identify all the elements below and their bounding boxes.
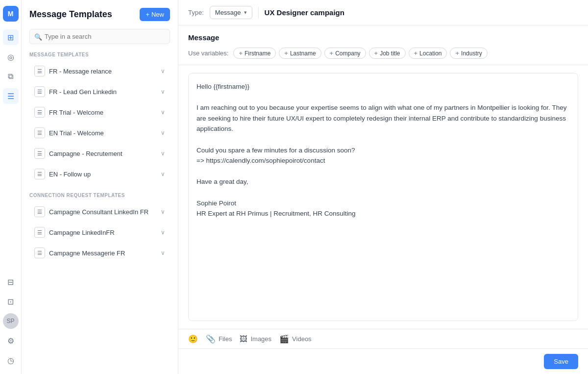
variable-plus-icon: + (455, 50, 459, 57)
connection-template-name: Campagne Messagerie FR (49, 249, 125, 257)
connection-doc-icon: ☰ (34, 248, 45, 258)
layers-nav-icon[interactable]: ⧉ (3, 69, 19, 84)
template-item[interactable]: ☰ FR Trial - Welcome ∨ (29, 102, 170, 122)
connection-template-item[interactable]: ☰ Campagne Consultant LinkedIn FR ∨ (29, 202, 170, 222)
connection-doc-icon: ☰ (34, 206, 45, 217)
template-item-left: ☰ EN - Follow up (34, 169, 91, 179)
settings-nav-icon[interactable]: ⚙ (3, 333, 19, 349)
chevron-right-icon: ∨ (161, 129, 165, 136)
template-item-left: ☰ FR - Message relance (34, 66, 112, 76)
left-panel: Message Templates + New 🔍 MESSAGE TEMPLA… (22, 0, 178, 374)
paperclip-icon: 📎 (206, 334, 216, 344)
template-doc-icon: ☰ (34, 148, 45, 159)
chevron-down-icon: ▾ (244, 9, 247, 16)
connection-templates-label: CONNECTION REQUEST TEMPLATES (29, 193, 170, 198)
app-logo[interactable]: M (3, 6, 19, 22)
connection-template-item-left: ☰ Campagne LinkedInFR (34, 227, 115, 238)
template-item[interactable]: ☰ EN - Follow up ∨ (29, 164, 170, 184)
variable-tag[interactable]: +Lastname (279, 48, 321, 59)
variable-tag[interactable]: +Industry (450, 48, 487, 59)
type-select[interactable]: Message ▾ (210, 6, 252, 19)
chevron-right-icon: ∨ (161, 88, 165, 95)
files-button[interactable]: 📎 Files (206, 334, 232, 344)
top-bar: Type: Message ▾ UX Designer campaign (178, 0, 588, 25)
variable-plus-icon: + (284, 50, 288, 57)
type-label: Type: (188, 9, 204, 16)
chevron-right-icon: ∨ (161, 109, 165, 116)
campaign-title: UX Designer campaign (265, 8, 344, 17)
connection-doc-icon: ☰ (34, 227, 45, 238)
target-nav-icon[interactable]: ◎ (3, 49, 19, 65)
type-value: Message (215, 9, 241, 16)
variables-tags: +Firstname+Lastname+Company+Job title+Lo… (233, 48, 487, 59)
variable-label: Job title (380, 50, 400, 57)
template-name: FR Trial - Welcome (49, 109, 103, 116)
clock-nav-icon[interactable]: ◷ (3, 352, 19, 368)
variable-tag[interactable]: +Firstname (233, 48, 276, 59)
template-item[interactable]: ☰ EN Trial - Welcome ∨ (29, 123, 170, 143)
variable-plus-icon: + (239, 50, 243, 57)
variable-plus-icon: + (374, 50, 378, 57)
search-container: 🔍 (29, 29, 170, 44)
plus-icon: + (146, 11, 149, 18)
image-icon: 🖼 (240, 335, 247, 344)
panel-header: Message Templates + New (29, 8, 170, 21)
template-name: Campagne - Recrutement (49, 150, 122, 157)
template-name: EN - Follow up (49, 171, 91, 178)
variable-tag[interactable]: +Job title (369, 48, 406, 59)
variable-label: Lastname (290, 50, 316, 57)
connection-template-item[interactable]: ☰ Campagne LinkedInFR ∨ (29, 223, 170, 242)
template-name: EN Trial - Welcome (49, 129, 104, 137)
template-item-left: ☰ Campagne - Recrutement (34, 148, 122, 159)
variable-label: Company (335, 50, 360, 57)
search-icon: 🔍 (34, 33, 42, 40)
connection-template-item[interactable]: ☰ Campagne Messagerie FR ∨ (29, 243, 170, 263)
template-doc-icon: ☰ (34, 169, 45, 179)
save-button[interactable]: Save (544, 354, 578, 369)
connection-template-item-left: ☰ Campagne Consultant LinkedIn FR (34, 206, 148, 217)
variable-label: Firstname (245, 50, 270, 57)
avatar[interactable]: SP (3, 313, 19, 329)
document-nav-icon[interactable]: ☰ (3, 88, 19, 104)
template-item[interactable]: ☰ FR - Message relance ∨ (29, 61, 170, 81)
page-title: Message Templates (29, 9, 112, 20)
message-body: Hello {{firstname}} I am reaching out to… (178, 65, 588, 329)
emoji-button[interactable]: 🙂 (188, 334, 198, 344)
main-content: Type: Message ▾ UX Designer campaign Mes… (178, 0, 588, 374)
new-button[interactable]: + New (140, 8, 170, 21)
grid-nav-icon[interactable]: ⊞ (3, 29, 19, 45)
chevron-right-icon: ∨ (161, 150, 165, 157)
template-item-left: ☰ FR Trial - Welcome (34, 107, 103, 118)
message-templates-list: ☰ FR - Message relance ∨ ☰ FR - Lead Gen… (29, 61, 170, 185)
template-doc-icon: ☰ (34, 66, 45, 76)
template-item[interactable]: ☰ FR - Lead Gen Linkedin ∨ (29, 82, 170, 101)
inbox-nav-icon[interactable]: ⊡ (3, 294, 19, 309)
chevron-right-icon: ∨ (161, 208, 165, 215)
nav-sidebar: M ⊞ ◎ ⧉ ☰ ⊟ ⊡ SP ⚙ ◷ (0, 0, 22, 374)
template-item[interactable]: ☰ Campagne - Recrutement ∨ (29, 144, 170, 163)
connection-template-item-left: ☰ Campagne Messagerie FR (34, 248, 125, 258)
connection-templates-list: ☰ Campagne Consultant LinkedIn FR ∨ ☰ Ca… (29, 202, 170, 264)
search-input[interactable] (29, 29, 170, 44)
message-templates-label: MESSAGE TEMPLATES (29, 52, 170, 57)
contacts-nav-icon[interactable]: ⊟ (3, 274, 19, 290)
chevron-right-icon: ∨ (161, 229, 165, 236)
videos-button[interactable]: 🎬 Videos (279, 334, 312, 344)
variable-label: Location (419, 50, 441, 57)
message-section-title: Message (188, 33, 578, 42)
variable-tag[interactable]: +Location (409, 48, 447, 59)
message-textarea[interactable]: Hello {{firstname}} I am reaching out to… (188, 73, 578, 321)
chevron-right-icon: ∨ (161, 68, 165, 75)
message-area: Message Use variables: +Firstname+Lastna… (178, 25, 588, 374)
images-button[interactable]: 🖼 Images (240, 335, 271, 344)
template-name: FR - Message relance (49, 68, 112, 75)
connection-template-name: Campagne Consultant LinkedIn FR (49, 208, 148, 216)
connection-template-name: Campagne LinkedInFR (49, 229, 115, 236)
message-header: Message Use variables: +Firstname+Lastna… (178, 25, 588, 65)
variable-tag[interactable]: +Company (324, 48, 366, 59)
save-bar: Save (178, 349, 588, 374)
variable-label: Industry (461, 50, 482, 57)
template-item-left: ☰ FR - Lead Gen Linkedin (34, 86, 117, 97)
chevron-right-icon: ∨ (161, 171, 165, 177)
template-doc-icon: ☰ (34, 86, 45, 97)
